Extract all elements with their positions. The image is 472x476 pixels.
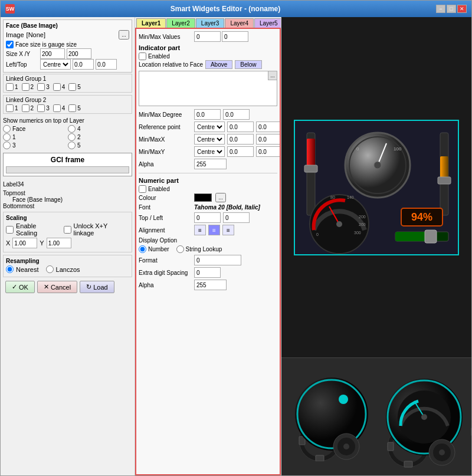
format-input[interactable] bbox=[194, 255, 241, 265]
numeric-enabled-checkbox[interactable] bbox=[139, 185, 146, 193]
tl-y-input[interactable] bbox=[223, 212, 250, 223]
top-x-input[interactable] bbox=[73, 59, 94, 70]
left-top-select[interactable]: Centre bbox=[40, 59, 71, 70]
minx-y-input[interactable] bbox=[256, 134, 281, 145]
main-content: Face (Base Image) Image [None] ... Face … bbox=[1, 17, 471, 475]
nearest-radio[interactable] bbox=[6, 265, 14, 273]
extra-digit-input[interactable] bbox=[194, 267, 221, 278]
tab-layer5[interactable]: Layer5 bbox=[254, 18, 281, 28]
gci-scrollbar[interactable] bbox=[6, 166, 129, 173]
minmax-input1[interactable] bbox=[194, 31, 221, 42]
below-button[interactable]: Below bbox=[235, 60, 261, 69]
lg2-check4: 4 bbox=[53, 104, 65, 112]
minmax-degree-input2[interactable] bbox=[223, 109, 250, 120]
alpha2-input[interactable] bbox=[194, 280, 227, 290]
minmax-input2[interactable] bbox=[222, 31, 248, 42]
string-lookup-radio-label: String Lookup bbox=[176, 245, 222, 253]
miny-x-input[interactable] bbox=[227, 146, 254, 157]
left-panel: Face (Base Image) Image [None] ... Face … bbox=[1, 17, 135, 475]
colour-box[interactable] bbox=[194, 193, 212, 202]
svg-text:100: 100 bbox=[394, 146, 402, 152]
preview-area: 0 100 0 80 140 bbox=[281, 17, 471, 357]
ref-x-input[interactable] bbox=[227, 122, 254, 132]
lanczos-radio[interactable] bbox=[46, 265, 54, 273]
ok-checkmark-icon: ✓ bbox=[12, 283, 17, 291]
num4-radio-row: 4 bbox=[68, 125, 132, 133]
svg-point-54 bbox=[439, 449, 445, 455]
indicator-enabled-checkbox[interactable] bbox=[139, 52, 146, 60]
lanczos-label: Lanczos bbox=[56, 266, 80, 273]
minmax-y-row: Min/MaxY Centre bbox=[139, 146, 277, 157]
num5-radio[interactable] bbox=[68, 142, 76, 149]
minmax-x-select[interactable]: Centre bbox=[194, 134, 225, 145]
maximize-button[interactable]: □ bbox=[447, 5, 456, 13]
bottommost-label: Bottommost bbox=[3, 203, 132, 209]
num2-radio[interactable] bbox=[68, 133, 76, 141]
minmax-degree-input1[interactable] bbox=[194, 109, 221, 120]
align-right-button[interactable]: ≡ bbox=[222, 225, 234, 235]
tab-layer1[interactable]: Layer1 bbox=[136, 18, 166, 28]
minx-x-input[interactable] bbox=[227, 134, 254, 145]
string-lookup-text: String Lookup bbox=[186, 246, 222, 252]
location-label: Location relative to Face bbox=[139, 61, 203, 68]
scaling-title: Scaling bbox=[6, 215, 129, 221]
tab-layer4[interactable]: Layer4 bbox=[225, 18, 254, 28]
string-lookup-radio[interactable] bbox=[176, 245, 184, 253]
minmax-row: Min/Max Values bbox=[139, 31, 277, 42]
x-scale-input[interactable] bbox=[12, 238, 37, 248]
unlock-xy-checkbox[interactable] bbox=[64, 226, 71, 234]
tab-layer2[interactable]: Layer2 bbox=[166, 18, 195, 28]
face-size-checkbox[interactable] bbox=[6, 41, 14, 48]
colour-browse-button[interactable]: ... bbox=[215, 193, 226, 202]
y-scale-input[interactable] bbox=[47, 238, 71, 248]
enable-scaling-label: Enable Scaling bbox=[16, 222, 59, 237]
indicator-text-area[interactable] bbox=[139, 71, 277, 106]
size-y-input[interactable] bbox=[67, 48, 91, 59]
minimize-button[interactable]: − bbox=[436, 5, 445, 13]
alpha-row: Alpha bbox=[139, 159, 277, 169]
num3-radio[interactable] bbox=[3, 142, 11, 149]
text-area-expand-button[interactable]: ... bbox=[268, 71, 277, 80]
extra-digit-row: Extra digit Spacing bbox=[139, 267, 277, 278]
svg-text:94%: 94% bbox=[411, 211, 432, 223]
widget-icon-3 bbox=[464, 373, 471, 461]
enable-scaling-checkbox[interactable] bbox=[6, 226, 14, 234]
miny-y-input[interactable] bbox=[256, 146, 281, 157]
number-radio[interactable] bbox=[139, 245, 146, 253]
widget-icon-1 bbox=[287, 373, 376, 461]
load-button[interactable]: ↻ Load bbox=[80, 281, 114, 293]
num1-label: 1 bbox=[12, 134, 16, 140]
image-browse-button[interactable]: ... bbox=[119, 30, 129, 40]
reference-point-select[interactable]: Centre bbox=[194, 122, 225, 132]
gci-frame-title: GCI frame bbox=[6, 156, 129, 164]
minmax-y-select[interactable]: Centre bbox=[194, 146, 225, 157]
x-scale-label: X bbox=[6, 239, 10, 247]
alpha2-label: Alpha bbox=[139, 282, 192, 288]
minmax-degree-row: Min/Max Degree bbox=[139, 109, 277, 120]
above-button[interactable]: Above bbox=[205, 60, 232, 69]
tl-x-input[interactable] bbox=[194, 212, 221, 223]
font-label: Font bbox=[139, 204, 192, 211]
scale-values-row: X Y bbox=[6, 238, 129, 248]
indicator-enabled-label: Enabled bbox=[148, 53, 170, 60]
label34: Label34 bbox=[3, 181, 132, 188]
align-left-button[interactable]: ≡ bbox=[194, 225, 206, 235]
ref-y-input[interactable] bbox=[256, 122, 281, 132]
alpha-input[interactable] bbox=[194, 159, 227, 169]
resampling-section: Resampling Nearest Lanczos bbox=[3, 255, 132, 277]
num1-radio[interactable] bbox=[3, 133, 11, 141]
tab-layer3[interactable]: Layer3 bbox=[196, 18, 225, 28]
num4-radio[interactable] bbox=[68, 125, 76, 133]
cancel-button[interactable]: ✕ Cancel bbox=[37, 281, 77, 293]
ok-button[interactable]: ✓ OK bbox=[5, 281, 35, 293]
close-button[interactable]: ✕ bbox=[457, 5, 467, 13]
face-radio[interactable] bbox=[3, 125, 11, 133]
gauge-preview: 0 100 0 80 140 bbox=[294, 120, 459, 255]
image-row: Image [None] ... bbox=[6, 30, 129, 40]
top-y-input[interactable] bbox=[96, 59, 117, 70]
indicator-text-area-container: ... bbox=[139, 71, 277, 109]
size-x-input[interactable] bbox=[40, 48, 65, 59]
alpha2-row: Alpha bbox=[139, 280, 277, 290]
align-center-button[interactable]: ≡ bbox=[208, 225, 220, 235]
alpha-label: Alpha bbox=[139, 161, 192, 168]
